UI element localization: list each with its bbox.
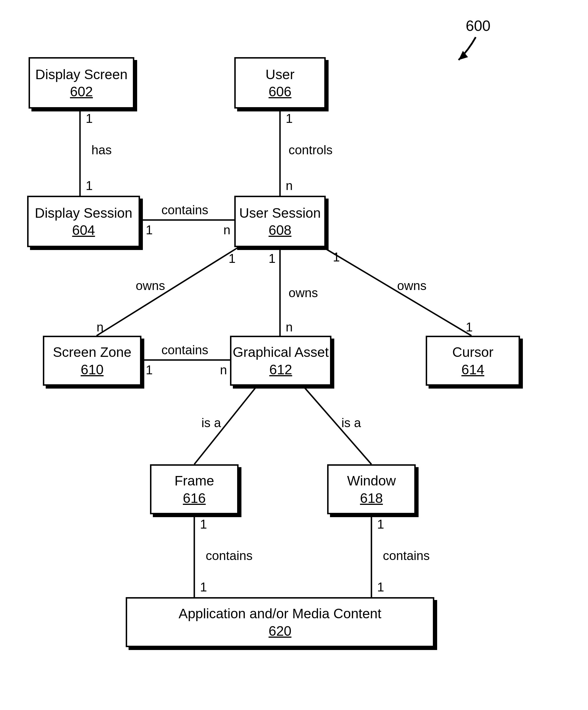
box-title: Cursor <box>452 344 493 360</box>
edge-controls-c2: n <box>286 179 292 193</box>
box-screen-zone: Screen Zone 610 <box>43 336 141 386</box>
box-title: Display Session <box>35 205 132 221</box>
box-title: Graphical Asset <box>233 344 329 360</box>
edge-isa-frame-label: is a <box>202 416 221 430</box>
box-app-media: Application and/or Media Content 620 <box>126 597 434 647</box>
box-title: Display Screen <box>36 66 128 83</box>
edge-owns-cur-label: owns <box>397 279 427 293</box>
diagram-canvas: 600 Display Screen 602 User 606 <box>0 0 588 710</box>
box-title: Frame <box>174 473 214 489</box>
box-title: User Session <box>239 205 321 221</box>
edge-window-app-c2: 1 <box>377 580 384 594</box>
edge-controls-label: controls <box>288 143 333 157</box>
box-user: User 606 <box>234 57 326 109</box>
svg-line-4 <box>97 247 239 336</box>
edge-frame-app-c2: 1 <box>200 580 207 594</box>
edge-owns-sz-c1: 1 <box>229 252 235 266</box>
box-ref: 612 <box>269 362 292 377</box>
edge-frame-app-c1: 1 <box>200 517 207 531</box>
box-graphical-asset: Graphical Asset 612 <box>230 336 331 386</box>
box-window: Window 618 <box>327 464 416 514</box>
box-title: Screen Zone <box>53 344 132 360</box>
box-ref: 616 <box>183 490 206 506</box>
edge-has-c1: 1 <box>86 112 93 126</box>
edge-owns-cur-c2: 1 <box>466 320 473 334</box>
box-display-session: Display Session 604 <box>27 196 140 247</box>
edge-isa-window-label: is a <box>342 416 361 430</box>
box-title: Window <box>347 473 396 489</box>
box-ref: 618 <box>360 490 383 506</box>
edge-owns-sz-c2: n <box>97 320 103 334</box>
box-ref: 610 <box>80 362 103 377</box>
edge-contains1-c2: n <box>224 223 230 237</box>
box-ref: 602 <box>70 84 93 99</box>
edge-window-app-c1: 1 <box>377 517 384 531</box>
edge-has-c2: 1 <box>86 179 93 193</box>
edge-contains-sz-ga-label: contains <box>161 343 208 357</box>
svg-marker-0 <box>458 51 468 60</box>
box-ref: 606 <box>268 84 291 99</box>
edge-contains-sz-ga-c2: n <box>220 363 227 377</box>
box-ref: 604 <box>72 222 95 238</box>
box-user-session: User Session 608 <box>234 196 326 247</box>
edge-owns-ga-c2: n <box>286 320 292 334</box>
edge-owns-sz-label: owns <box>136 279 165 293</box>
box-display-screen: Display Screen 602 <box>28 57 134 109</box>
box-ref: 620 <box>268 623 291 639</box>
edge-owns-ga-c1: 1 <box>268 252 276 266</box>
box-frame: Frame 616 <box>150 464 239 514</box>
box-ref: 608 <box>268 222 291 238</box>
box-cursor: Cursor 614 <box>426 336 520 386</box>
edge-frame-app-label: contains <box>206 549 253 563</box>
svg-line-9 <box>303 386 371 464</box>
figure-number: 600 <box>466 17 491 34</box>
edge-contains1-label: contains <box>161 203 208 217</box>
edge-has-label: has <box>91 143 112 157</box>
box-title: Application and/or Media Content <box>179 606 381 622</box>
edge-window-app-label: contains <box>383 549 430 563</box>
edge-owns-cur-c1: 1 <box>333 250 340 264</box>
edge-contains-sz-ga-c1: 1 <box>146 363 152 377</box>
edge-contains1-c1: 1 <box>146 223 152 237</box>
box-title: User <box>265 66 294 83</box>
edge-owns-ga-label: owns <box>288 286 318 300</box>
edge-controls-c1: 1 <box>286 112 292 126</box>
box-ref: 614 <box>462 362 484 377</box>
